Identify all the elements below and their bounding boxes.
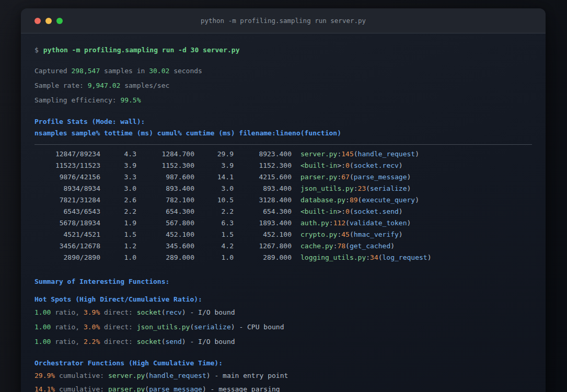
row-location: crypto.py:45(hmac_verify) [300, 230, 403, 238]
text-segment: cumulative: [55, 372, 108, 379]
table-cell: 893.400 [234, 183, 292, 194]
capture-stats: Captured 298,547 samples in 30.02 second… [34, 64, 532, 108]
table-row: 11523/115233.91152.3003.91152.300<built-… [34, 160, 532, 171]
text-segment: handle_request [149, 372, 206, 379]
text-segment: cumulative: [55, 385, 108, 392]
command-text: python -m profiling.sampling run -d 30 s… [43, 46, 240, 54]
minimize-button[interactable] [45, 18, 52, 24]
text-segment: crypto.py [300, 230, 337, 238]
table-cell: 654.300 [136, 206, 194, 217]
text-segment: : [345, 196, 350, 204]
text-segment: seconds [169, 67, 202, 75]
text-segment: handle_request [358, 150, 415, 158]
text-segment: ( [161, 308, 166, 316]
text-segment: ) [206, 372, 211, 379]
table-cell: 782.100 [136, 194, 194, 206]
summary-title: Summary of Interesting Functions: [34, 276, 532, 287]
table-cell: 452.100 [136, 229, 194, 240]
text-segment: Sample rate: [34, 82, 88, 89]
row-location: auth.py:112(validate_token) [300, 219, 411, 227]
text-segment: ( [354, 150, 358, 158]
text-segment: ) [182, 308, 186, 316]
table-cell: 4.3 [100, 148, 136, 160]
text-segment: samples/sec [120, 82, 169, 89]
table-cell: 8923.400 [234, 148, 292, 160]
table-cell: 1152.300 [234, 160, 292, 171]
text-segment: ) [202, 385, 206, 392]
text-segment: server.py [300, 150, 337, 158]
text-segment: ) [399, 162, 403, 169]
text-segment: socket [137, 338, 161, 345]
text-segment: recv [166, 308, 182, 316]
text-segment: Sampling efficiency: [34, 96, 120, 104]
text-segment: ( [378, 253, 383, 261]
text-segment: ( [345, 219, 350, 227]
table-cell: 289.000 [136, 252, 194, 263]
text-segment: 3.0% [84, 323, 100, 331]
text-segment: ) [390, 242, 395, 250]
shell-prompt: $ [34, 46, 39, 54]
text-segment: 14.1% [34, 385, 55, 392]
table-cell: 2.2 [194, 206, 234, 217]
table-cell: 5678/18934 [34, 217, 100, 229]
text-segment: ) [407, 185, 411, 192]
row-location: <built-in>:0(socket.send) [300, 207, 403, 215]
text-segment: ) [415, 196, 419, 204]
text-segment: ) [407, 219, 411, 227]
text-segment: ( [145, 385, 149, 392]
table-cell: 4521/4521 [34, 229, 100, 240]
text-segment: ) [427, 253, 432, 261]
sample-rate-line: Sample rate: 9,947.02 samples/sec [34, 78, 532, 93]
text-segment: <built-in [300, 162, 337, 169]
table-cell: 289.000 [234, 252, 292, 263]
text-segment: socket.recv [354, 162, 399, 169]
table-row: 5678/189341.9567.8006.31893.400auth.py:1… [34, 217, 532, 229]
table-cell: 3128.400 [234, 194, 292, 206]
text-segment: serialize [370, 185, 407, 192]
text-segment: : [341, 162, 345, 169]
table-cell: 2.6 [100, 194, 136, 206]
title-bar: python -m profiling.sampling run server.… [21, 8, 546, 33]
text-segment: ( [350, 173, 354, 181]
text-segment: - I/O bound [186, 338, 235, 345]
hot-spots-list: 1.00 ratio, 3.9% direct: socket(recv) - … [34, 305, 532, 349]
text-segment: ratio, [51, 308, 84, 316]
text-segment: : [366, 253, 370, 261]
text-segment: 3.9% [84, 308, 100, 316]
text-segment: : [329, 219, 333, 227]
table-cell: 3.0 [194, 183, 234, 194]
text-segment: direct: [100, 323, 136, 331]
text-segment: : [354, 185, 358, 192]
text-segment: 0 [345, 207, 350, 215]
table-cell: 2890/2890 [34, 252, 100, 263]
table-cell: 1152.300 [136, 160, 194, 171]
text-segment: parse_message [354, 173, 407, 181]
text-segment: ( [161, 338, 166, 345]
row-location: json_utils.py:23(serialize) [300, 185, 411, 192]
text-segment: socket [137, 308, 161, 316]
text-segment: validate_token [350, 219, 407, 227]
traffic-lights [34, 18, 63, 24]
text-segment: 2.2% [84, 338, 100, 345]
text-segment: logging_utils.py [300, 253, 366, 261]
table-cell: 1.9 [100, 217, 136, 229]
text-segment: samples in [100, 67, 149, 75]
close-button[interactable] [34, 18, 41, 24]
table-cell: 11523/11523 [34, 160, 100, 171]
command-line: $python -m profiling.sampling run -d 30 … [34, 45, 532, 55]
text-segment: ) [407, 173, 411, 181]
text-segment: get_cached [350, 242, 390, 250]
table-cell: 6543/6543 [34, 206, 100, 217]
text-segment: <built-in [300, 207, 337, 215]
text-segment: ( [345, 242, 350, 250]
text-segment: database.py [300, 196, 345, 204]
text-segment: 9,947.02 [88, 82, 121, 89]
table-cell: 8934/8934 [34, 183, 100, 194]
maximize-button[interactable] [56, 18, 63, 24]
text-segment: ( [145, 372, 149, 379]
text-segment: - I/O bound [186, 308, 235, 316]
table-cell: 6.3 [194, 217, 234, 229]
table-cell: 14.1 [194, 171, 234, 183]
text-segment: json_utils.py [300, 185, 354, 192]
text-segment: - message parsing [206, 385, 280, 392]
